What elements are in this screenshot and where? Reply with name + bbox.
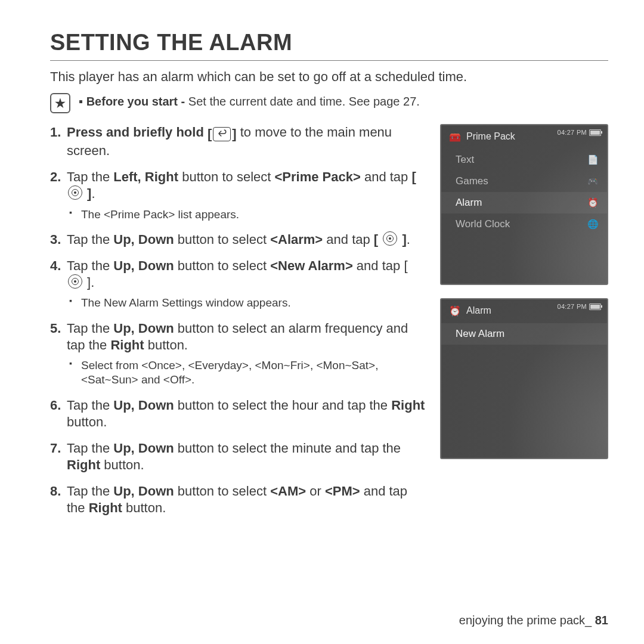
select-button-icon bbox=[68, 274, 82, 289]
menu-list: Text📄 Games🎮 Alarm⏰ World Clock🌐 bbox=[441, 149, 607, 235]
step-5: Tap the Up, Down button to select an ala… bbox=[50, 320, 426, 388]
world-clock-icon: 🌐 bbox=[587, 219, 599, 230]
status-bar: 04:27 PM bbox=[558, 129, 601, 136]
note-rest: Set the current date and time. See page … bbox=[185, 95, 420, 108]
star-icon: ★ bbox=[50, 93, 70, 113]
note-lead: Before you start - bbox=[86, 95, 185, 108]
step-2: Tap the Left, Right button to select <Pr… bbox=[50, 169, 426, 222]
step-6: Tap the Up, Down button to select the ho… bbox=[50, 397, 426, 431]
menu-item-games: Games🎮 bbox=[441, 171, 607, 192]
select-button-icon bbox=[383, 231, 397, 246]
back-button-icon bbox=[213, 127, 231, 141]
step-4-sub: The New Alarm Settings window appears. bbox=[67, 296, 426, 310]
prime-pack-icon: 🧰 bbox=[448, 130, 462, 143]
select-button-icon bbox=[68, 185, 82, 200]
page-footer: enjoying the prime pack_ 81 bbox=[459, 614, 608, 627]
battery-icon bbox=[589, 304, 601, 310]
menu-item-text: Text📄 bbox=[441, 149, 607, 171]
step-5-sub: Select from <Once>, <Everyday>, <Mon~Fri… bbox=[67, 358, 426, 388]
device-prime-pack: 04:27 PM 🧰 Prime Pack Text📄 Games🎮 Alarm… bbox=[440, 124, 608, 285]
alarm-icon: ⏰ bbox=[587, 197, 599, 208]
device-screenshots: 04:27 PM 🧰 Prime Pack Text📄 Games🎮 Alarm… bbox=[440, 124, 608, 459]
status-time: 04:27 PM bbox=[558, 303, 587, 310]
before-you-start-note: ★ ▪ Before you start - Set the current d… bbox=[50, 93, 608, 113]
title-rule bbox=[50, 60, 608, 61]
intro-text: This player has an alarm which can be se… bbox=[50, 69, 608, 85]
menu-item-world-clock: World Clock🌐 bbox=[441, 213, 607, 235]
status-time: 04:27 PM bbox=[558, 129, 587, 136]
menu-list: New Alarm bbox=[441, 323, 607, 345]
battery-icon bbox=[589, 129, 601, 136]
status-bar: 04:27 PM bbox=[558, 303, 601, 310]
step-8: Tap the Up, Down button to select <AM> o… bbox=[50, 483, 426, 516]
step-1: Press and briefly hold [ ] to move to th… bbox=[50, 124, 426, 159]
device-alarm: 04:27 PM ⏰ Alarm New Alarm bbox=[440, 298, 608, 459]
games-icon: 🎮 bbox=[587, 176, 599, 187]
step-3: Tap the Up, Down button to select <Alarm… bbox=[50, 231, 426, 248]
page-title: SETTING THE ALARM bbox=[50, 30, 608, 55]
step-7: Tap the Up, Down button to select the mi… bbox=[50, 440, 426, 473]
text-icon: 📄 bbox=[587, 154, 599, 165]
menu-item-new-alarm: New Alarm bbox=[441, 323, 607, 345]
step-4: Tap the Up, Down button to select <New A… bbox=[50, 258, 426, 311]
step-2-sub: The <Prime Pack> list appears. bbox=[67, 208, 426, 222]
menu-item-alarm: Alarm⏰ bbox=[441, 192, 607, 213]
alarm-clock-icon: ⏰ bbox=[448, 304, 462, 317]
steps-list: Press and briefly hold [ ] to move to th… bbox=[50, 124, 426, 527]
